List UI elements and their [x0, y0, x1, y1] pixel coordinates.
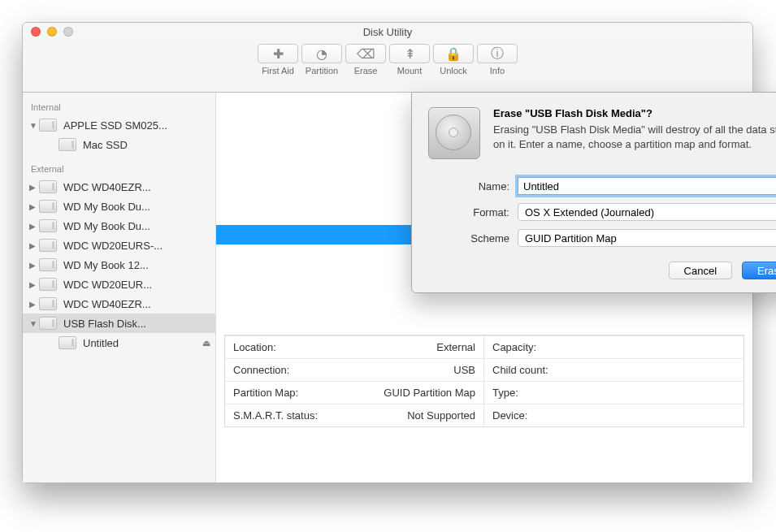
format-label: Format: — [428, 206, 518, 218]
sheet-description: Erasing "USB Flash Disk Media" will dest… — [493, 123, 776, 151]
scheme-select[interactable]: GUID Partition Map — [518, 229, 776, 247]
cancel-button[interactable]: Cancel — [669, 262, 732, 279]
eject-icon[interactable]: ⏏ — [202, 338, 210, 348]
toolbar: ✚ First Aid ◔ Partition ⌫ Erase ⇞ Mount … — [23, 41, 752, 93]
disclosure-triangle-icon[interactable]: ▶ — [29, 202, 37, 211]
disclosure-triangle-icon[interactable]: ▼ — [29, 319, 37, 328]
toolbar-first-aid[interactable]: ✚ First Aid — [258, 44, 298, 76]
disclosure-triangle-icon[interactable]: ▶ — [29, 241, 37, 250]
sidebar-item-wdc-3[interactable]: ▶ WDC WD20EUR... — [23, 275, 215, 294]
disclosure-triangle-icon[interactable]: ▼ — [29, 121, 37, 130]
sidebar-item-label: Mac SSD — [83, 139, 128, 151]
sidebar-item-label: APPLE SSD SM025... — [63, 119, 167, 132]
disk-icon — [39, 258, 57, 271]
info-icon: ⓘ — [491, 45, 504, 63]
scheme-value: GUID Partition Map — [525, 232, 617, 244]
toolbar-info[interactable]: ⓘ Info — [477, 44, 518, 76]
sidebar-item-mybook-1[interactable]: ▶ WD My Book Du... — [23, 197, 215, 216]
info-device: Device: — [484, 404, 743, 426]
disclosure-triangle-icon[interactable]: ▶ — [29, 280, 37, 289]
sidebar-item-label: WDC WD40EZR... — [63, 181, 151, 193]
disk-icon — [39, 239, 57, 252]
sidebar-item-wdc-2[interactable]: ▶ WDC WD20EURS-... — [23, 236, 215, 255]
erase-button[interactable]: Erase — [742, 262, 776, 279]
toolbar-partition[interactable]: ◔ Partition — [301, 44, 342, 76]
sidebar-item-label: WD My Book 12... — [63, 259, 149, 271]
disclosure-triangle-icon[interactable]: ▶ — [29, 300, 37, 309]
sidebar-item-label: WDC WD20EUR... — [63, 279, 152, 291]
disk-icon — [39, 200, 57, 213]
mount-icon: ⇞ — [405, 46, 415, 62]
sidebar: Internal ▼ APPLE SSD SM025... Mac SSD Ex… — [23, 93, 216, 482]
disk-icon — [39, 180, 57, 193]
window-title: Disk Utility — [23, 26, 752, 38]
info-child-count: Child count: — [484, 358, 743, 381]
sidebar-item-mybook-2[interactable]: ▶ WD My Book Du... — [23, 216, 215, 236]
erase-sheet: Erase "USB Flash Disk Media"? Erasing "U… — [411, 92, 776, 293]
format-select[interactable]: OS X Extended (Journaled) — [518, 203, 776, 221]
sidebar-item-label: WD My Book Du... — [63, 201, 150, 213]
disclosure-triangle-icon[interactable]: ▶ — [29, 261, 37, 270]
sidebar-item-label: WDC WD40EZR... — [63, 298, 151, 310]
sidebar-header-internal: Internal — [23, 99, 215, 115]
sidebar-item-wdc-1[interactable]: ▶ WDC WD40EZR... — [23, 177, 215, 197]
disk-icon — [59, 336, 76, 349]
sidebar-item-wdc-4[interactable]: ▶ WDC WD40EZR... — [23, 294, 215, 314]
info-type: Type: — [484, 381, 743, 404]
pie-icon: ◔ — [316, 46, 327, 62]
info-capacity: Capacity: — [484, 335, 743, 358]
sidebar-item-label: WDC WD20EURS-... — [63, 240, 163, 252]
sidebar-item-mac-ssd[interactable]: Mac SSD — [23, 135, 215, 154]
sidebar-item-apple-ssd[interactable]: ▼ APPLE SSD SM025... — [23, 115, 215, 135]
sidebar-item-mybook-3[interactable]: ▶ WD My Book 12... — [23, 255, 215, 275]
format-value: OS X Extended (Journaled) — [525, 206, 654, 218]
toolbar-mount[interactable]: ⇞ Mount — [389, 44, 430, 76]
disk-icon — [39, 317, 57, 330]
info-smart: S.M.A.R.T. status:Not Supported — [225, 404, 484, 426]
disclosure-triangle-icon[interactable]: ▶ — [29, 222, 37, 231]
erase-icon: ⌫ — [357, 46, 375, 62]
name-input[interactable] — [518, 177, 776, 195]
name-label: Name: — [428, 180, 518, 192]
disk-icon — [39, 119, 57, 132]
disk-icon — [39, 219, 57, 232]
disk-icon — [39, 278, 57, 291]
stethoscope-icon: ✚ — [273, 46, 284, 62]
disk-icon — [39, 297, 57, 310]
disclosure-triangle-icon[interactable]: ▶ — [29, 183, 37, 192]
sidebar-item-label: USB Flash Disk... — [63, 318, 146, 330]
sidebar-header-external: External — [23, 161, 215, 177]
sheet-title: Erase "USB Flash Disk Media"? — [493, 107, 776, 119]
scheme-label: Scheme — [428, 232, 518, 244]
disk-utility-window: Disk Utility ✚ First Aid ◔ Partition ⌫ E… — [22, 22, 753, 483]
sidebar-item-label: WD My Book Du... — [63, 220, 150, 232]
sidebar-item-label: Untitled — [83, 337, 119, 349]
info-connection: Connection:USB — [225, 358, 484, 381]
info-location: Location:External — [225, 335, 484, 358]
titlebar: Disk Utility — [23, 23, 752, 41]
disk-info-table: Location:External Capacity: Connection:U… — [224, 335, 744, 427]
sidebar-item-untitled[interactable]: Untitled ⏏ — [23, 333, 215, 353]
toolbar-unlock[interactable]: 🔒 Unlock — [433, 44, 474, 76]
disk-icon — [59, 138, 76, 151]
lock-icon: 🔒 — [445, 46, 462, 62]
main-content: Location:External Capacity: Connection:U… — [216, 93, 752, 482]
info-partition-map: Partition Map:GUID Partition Map — [225, 381, 484, 404]
sidebar-item-usb-flash[interactable]: ▼ USB Flash Disk... — [23, 314, 215, 333]
hard-drive-icon — [428, 107, 480, 159]
toolbar-erase[interactable]: ⌫ Erase — [345, 44, 386, 76]
